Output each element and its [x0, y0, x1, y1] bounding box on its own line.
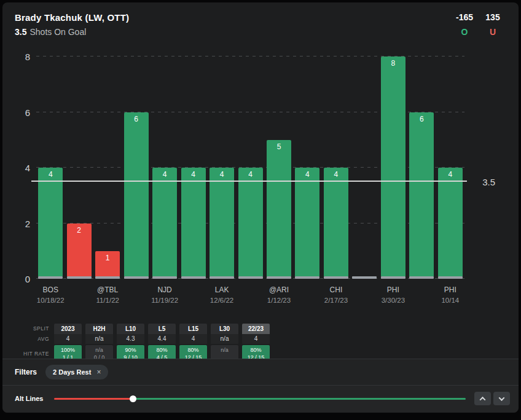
- row-label-split: SPLIT: [33, 325, 49, 332]
- x-axis-team: @TBL: [93, 285, 122, 295]
- plot-area: 42164444544864 3.5 02468: [36, 56, 464, 279]
- split-column-l15[interactable]: L15480%12 / 15: [179, 324, 207, 364]
- splits-row-labels: SPLIT AVG HIT RATE: [15, 324, 49, 364]
- split-avg: n/a: [211, 334, 238, 344]
- chip-close-icon[interactable]: ×: [96, 368, 101, 376]
- hit-rate-pct: n/a: [211, 347, 238, 354]
- split-header: 22/23: [242, 324, 270, 334]
- hit-rate-pct: 80%: [148, 347, 176, 354]
- alt-line-steppers: [474, 392, 510, 405]
- bar[interactable]: 6: [409, 112, 434, 277]
- split-column-l30[interactable]: L30n/an/a.: [211, 324, 238, 364]
- bar[interactable]: 4: [181, 168, 206, 276]
- bars-row: 42164444544864: [36, 56, 464, 279]
- filters-bar: Filters 2 Days Rest×: [2, 359, 519, 385]
- bar[interactable]: 4: [324, 168, 348, 276]
- bar-value-label: 8: [391, 59, 396, 68]
- player-name: Brady Tkachuk (LW, OTT): [15, 12, 129, 23]
- x-axis-label: LAK12/6/22: [208, 285, 236, 305]
- bar-value-label: 5: [277, 142, 281, 151]
- alt-lines-slider[interactable]: [54, 394, 466, 403]
- bar-slot: 1: [93, 56, 122, 279]
- bar-base: [238, 276, 263, 279]
- x-axis-date: 11/1/22: [93, 295, 122, 305]
- bar-value-label: 4: [248, 170, 253, 179]
- bar[interactable]: 6: [124, 112, 149, 277]
- split-header: L30: [211, 324, 238, 334]
- filter-chip[interactable]: 2 Days Rest×: [45, 365, 108, 379]
- alt-line-up-button[interactable]: [474, 392, 491, 405]
- bar[interactable]: 2: [67, 224, 92, 277]
- filter-chip-label: 2 Days Rest: [53, 368, 91, 376]
- bar-base: [95, 276, 120, 279]
- prop-stat-name: Shots On Goal: [29, 27, 86, 37]
- bar[interactable]: 4: [38, 168, 63, 276]
- bar-base: [324, 276, 348, 279]
- x-axis-labels: BOS10/18/22@TBL11/1/22NJD11/19/22LAK12/6…: [36, 285, 464, 305]
- bar-base: [438, 276, 463, 279]
- bar-value-label: 4: [163, 170, 167, 179]
- x-axis-label: [350, 285, 378, 305]
- split-column-22-23[interactable]: 22/23480%12 / 15: [242, 324, 270, 364]
- bar-value-label: 4: [305, 170, 310, 179]
- over-label[interactable]: O: [450, 27, 479, 37]
- bar-value-label: 4: [448, 170, 452, 179]
- y-axis-label: 0: [7, 274, 30, 284]
- bar-value-label: 4: [220, 170, 224, 179]
- split-avg: n/a: [85, 334, 113, 344]
- slider-thumb[interactable]: [130, 395, 136, 402]
- bar[interactable]: 4: [210, 168, 234, 276]
- x-axis-label: [65, 285, 93, 305]
- split-column-l5[interactable]: L54.480%4 / 5: [148, 324, 176, 364]
- bar-base: [67, 276, 92, 279]
- x-axis-team: @ARI: [265, 285, 293, 295]
- split-header: L5: [148, 324, 176, 334]
- bar[interactable]: 1: [95, 251, 120, 276]
- x-axis-date: 12/6/22: [208, 295, 236, 305]
- x-axis-date: 3/30/23: [379, 295, 407, 305]
- split-column-l10[interactable]: L104.390%9 / 10: [117, 324, 144, 364]
- splits-columns: 20234100%1 / 1H2Hn/an/a0 / 0L104.390%9 /…: [54, 324, 273, 364]
- x-axis-label: [122, 285, 150, 305]
- y-axis-label: 8: [7, 52, 30, 62]
- chevron-down-icon: [499, 395, 505, 401]
- x-axis-label: PHI3/30/23: [379, 285, 407, 305]
- bar[interactable]: 4: [152, 168, 177, 276]
- over-odds[interactable]: -165: [450, 12, 479, 23]
- bar-slot: 6: [407, 56, 436, 279]
- bar-base: [210, 276, 234, 279]
- bar-value-label: 6: [420, 115, 424, 123]
- bar-slot: 4: [236, 56, 264, 279]
- y-axis-label: 6: [7, 107, 30, 117]
- split-avg: 4.4: [148, 334, 176, 344]
- slider-track-under: [54, 398, 132, 400]
- bar-slot: 4: [293, 56, 321, 279]
- y-axis-label: 4: [7, 163, 30, 173]
- bar[interactable]: 5: [267, 140, 291, 276]
- bar[interactable]: 8: [381, 56, 405, 276]
- x-axis-label: [407, 285, 436, 305]
- x-axis-date: 10/18/22: [36, 295, 65, 305]
- bar[interactable]: 4: [295, 168, 319, 276]
- x-axis-label: @TBL11/1/22: [93, 285, 122, 305]
- x-axis-team: BOS: [36, 285, 65, 295]
- header-left: Brady Tkachuk (LW, OTT) 3.5Shots On Goal: [15, 12, 129, 37]
- x-axis-team: NJD: [151, 285, 179, 295]
- x-axis-team: LAK: [208, 285, 236, 295]
- bar-slot: 4: [208, 56, 236, 279]
- bar[interactable]: 4: [438, 168, 463, 276]
- x-axis-date: 1/12/23: [265, 295, 293, 305]
- split-column-2023[interactable]: 20234100%1 / 1: [54, 324, 82, 364]
- under-odds[interactable]: 135: [479, 12, 506, 23]
- under-label[interactable]: U: [479, 27, 506, 37]
- x-axis-team: PHI: [436, 285, 464, 295]
- bar[interactable]: 4: [238, 168, 263, 276]
- bar-value-label: 4: [334, 170, 339, 179]
- bar-base: [409, 276, 434, 279]
- alt-lines-label: Alt Lines: [15, 395, 43, 402]
- x-axis-label: [179, 285, 207, 305]
- split-avg: 4: [242, 334, 270, 344]
- split-column-h2h[interactable]: H2Hn/an/a0 / 0: [85, 324, 113, 364]
- alt-line-down-button[interactable]: [493, 392, 510, 405]
- slider-track-over: [133, 398, 466, 400]
